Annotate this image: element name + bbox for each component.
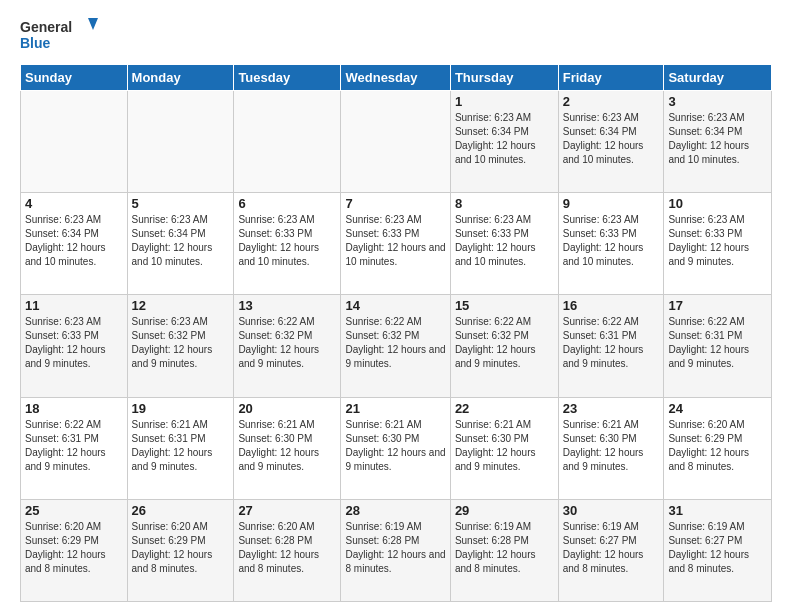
weekday-header-tuesday: Tuesday <box>234 65 341 91</box>
day-info: Sunrise: 6:23 AMSunset: 6:33 PMDaylight:… <box>345 213 445 269</box>
calendar-cell: 31Sunrise: 6:19 AMSunset: 6:27 PMDayligh… <box>664 499 772 601</box>
day-number: 21 <box>345 401 445 416</box>
day-info: Sunrise: 6:21 AMSunset: 6:30 PMDaylight:… <box>455 418 554 474</box>
calendar-cell: 16Sunrise: 6:22 AMSunset: 6:31 PMDayligh… <box>558 295 664 397</box>
calendar-week-row: 4Sunrise: 6:23 AMSunset: 6:34 PMDaylight… <box>21 193 772 295</box>
day-info: Sunrise: 6:19 AMSunset: 6:27 PMDaylight:… <box>563 520 660 576</box>
calendar-cell: 8Sunrise: 6:23 AMSunset: 6:33 PMDaylight… <box>450 193 558 295</box>
day-info: Sunrise: 6:23 AMSunset: 6:33 PMDaylight:… <box>455 213 554 269</box>
logo: General Blue <box>20 16 100 54</box>
day-info: Sunrise: 6:20 AMSunset: 6:29 PMDaylight:… <box>668 418 767 474</box>
day-info: Sunrise: 6:23 AMSunset: 6:34 PMDaylight:… <box>25 213 123 269</box>
calendar-table: SundayMondayTuesdayWednesdayThursdayFrid… <box>20 64 772 602</box>
day-number: 20 <box>238 401 336 416</box>
weekday-header-wednesday: Wednesday <box>341 65 450 91</box>
day-number: 29 <box>455 503 554 518</box>
day-number: 6 <box>238 196 336 211</box>
calendar-cell: 15Sunrise: 6:22 AMSunset: 6:32 PMDayligh… <box>450 295 558 397</box>
calendar-cell: 7Sunrise: 6:23 AMSunset: 6:33 PMDaylight… <box>341 193 450 295</box>
day-number: 7 <box>345 196 445 211</box>
day-info: Sunrise: 6:19 AMSunset: 6:28 PMDaylight:… <box>455 520 554 576</box>
calendar-cell: 17Sunrise: 6:22 AMSunset: 6:31 PMDayligh… <box>664 295 772 397</box>
day-info: Sunrise: 6:23 AMSunset: 6:33 PMDaylight:… <box>25 315 123 371</box>
calendar-cell: 4Sunrise: 6:23 AMSunset: 6:34 PMDaylight… <box>21 193 128 295</box>
calendar-cell: 21Sunrise: 6:21 AMSunset: 6:30 PMDayligh… <box>341 397 450 499</box>
day-number: 4 <box>25 196 123 211</box>
day-info: Sunrise: 6:22 AMSunset: 6:32 PMDaylight:… <box>455 315 554 371</box>
calendar-cell: 25Sunrise: 6:20 AMSunset: 6:29 PMDayligh… <box>21 499 128 601</box>
calendar-cell: 27Sunrise: 6:20 AMSunset: 6:28 PMDayligh… <box>234 499 341 601</box>
day-number: 28 <box>345 503 445 518</box>
weekday-header-sunday: Sunday <box>21 65 128 91</box>
day-number: 15 <box>455 298 554 313</box>
day-info: Sunrise: 6:23 AMSunset: 6:33 PMDaylight:… <box>668 213 767 269</box>
day-number: 2 <box>563 94 660 109</box>
calendar-cell: 30Sunrise: 6:19 AMSunset: 6:27 PMDayligh… <box>558 499 664 601</box>
calendar-week-row: 25Sunrise: 6:20 AMSunset: 6:29 PMDayligh… <box>21 499 772 601</box>
calendar-cell: 22Sunrise: 6:21 AMSunset: 6:30 PMDayligh… <box>450 397 558 499</box>
calendar-cell: 18Sunrise: 6:22 AMSunset: 6:31 PMDayligh… <box>21 397 128 499</box>
day-number: 3 <box>668 94 767 109</box>
day-number: 23 <box>563 401 660 416</box>
day-info: Sunrise: 6:20 AMSunset: 6:29 PMDaylight:… <box>25 520 123 576</box>
calendar-cell: 9Sunrise: 6:23 AMSunset: 6:33 PMDaylight… <box>558 193 664 295</box>
weekday-header-saturday: Saturday <box>664 65 772 91</box>
day-number: 27 <box>238 503 336 518</box>
calendar-cell: 5Sunrise: 6:23 AMSunset: 6:34 PMDaylight… <box>127 193 234 295</box>
day-info: Sunrise: 6:20 AMSunset: 6:28 PMDaylight:… <box>238 520 336 576</box>
day-number: 13 <box>238 298 336 313</box>
calendar-cell: 14Sunrise: 6:22 AMSunset: 6:32 PMDayligh… <box>341 295 450 397</box>
day-number: 14 <box>345 298 445 313</box>
calendar-cell: 11Sunrise: 6:23 AMSunset: 6:33 PMDayligh… <box>21 295 128 397</box>
day-info: Sunrise: 6:23 AMSunset: 6:34 PMDaylight:… <box>455 111 554 167</box>
day-info: Sunrise: 6:19 AMSunset: 6:27 PMDaylight:… <box>668 520 767 576</box>
day-number: 25 <box>25 503 123 518</box>
day-info: Sunrise: 6:22 AMSunset: 6:32 PMDaylight:… <box>345 315 445 371</box>
weekday-header-thursday: Thursday <box>450 65 558 91</box>
day-number: 22 <box>455 401 554 416</box>
calendar-cell: 6Sunrise: 6:23 AMSunset: 6:33 PMDaylight… <box>234 193 341 295</box>
day-number: 8 <box>455 196 554 211</box>
day-number: 30 <box>563 503 660 518</box>
calendar-week-row: 11Sunrise: 6:23 AMSunset: 6:33 PMDayligh… <box>21 295 772 397</box>
calendar-cell: 3Sunrise: 6:23 AMSunset: 6:34 PMDaylight… <box>664 91 772 193</box>
day-info: Sunrise: 6:22 AMSunset: 6:31 PMDaylight:… <box>25 418 123 474</box>
calendar-cell: 2Sunrise: 6:23 AMSunset: 6:34 PMDaylight… <box>558 91 664 193</box>
logo-svg: General Blue <box>20 16 100 54</box>
day-info: Sunrise: 6:23 AMSunset: 6:33 PMDaylight:… <box>238 213 336 269</box>
calendar-cell: 28Sunrise: 6:19 AMSunset: 6:28 PMDayligh… <box>341 499 450 601</box>
calendar-cell: 10Sunrise: 6:23 AMSunset: 6:33 PMDayligh… <box>664 193 772 295</box>
calendar-cell <box>234 91 341 193</box>
weekday-header-monday: Monday <box>127 65 234 91</box>
day-info: Sunrise: 6:23 AMSunset: 6:34 PMDaylight:… <box>132 213 230 269</box>
calendar-cell: 19Sunrise: 6:21 AMSunset: 6:31 PMDayligh… <box>127 397 234 499</box>
calendar-cell: 1Sunrise: 6:23 AMSunset: 6:34 PMDaylight… <box>450 91 558 193</box>
day-info: Sunrise: 6:21 AMSunset: 6:30 PMDaylight:… <box>563 418 660 474</box>
calendar-week-row: 18Sunrise: 6:22 AMSunset: 6:31 PMDayligh… <box>21 397 772 499</box>
day-number: 31 <box>668 503 767 518</box>
day-number: 26 <box>132 503 230 518</box>
svg-text:General: General <box>20 19 72 35</box>
day-number: 5 <box>132 196 230 211</box>
calendar-cell: 13Sunrise: 6:22 AMSunset: 6:32 PMDayligh… <box>234 295 341 397</box>
day-number: 11 <box>25 298 123 313</box>
day-number: 16 <box>563 298 660 313</box>
day-number: 19 <box>132 401 230 416</box>
svg-text:Blue: Blue <box>20 35 51 51</box>
day-info: Sunrise: 6:20 AMSunset: 6:29 PMDaylight:… <box>132 520 230 576</box>
day-number: 1 <box>455 94 554 109</box>
header: General Blue <box>20 16 772 54</box>
day-info: Sunrise: 6:21 AMSunset: 6:31 PMDaylight:… <box>132 418 230 474</box>
day-info: Sunrise: 6:22 AMSunset: 6:32 PMDaylight:… <box>238 315 336 371</box>
day-number: 24 <box>668 401 767 416</box>
day-info: Sunrise: 6:22 AMSunset: 6:31 PMDaylight:… <box>668 315 767 371</box>
svg-marker-2 <box>88 18 98 30</box>
calendar-week-row: 1Sunrise: 6:23 AMSunset: 6:34 PMDaylight… <box>21 91 772 193</box>
day-number: 9 <box>563 196 660 211</box>
day-info: Sunrise: 6:23 AMSunset: 6:32 PMDaylight:… <box>132 315 230 371</box>
day-number: 17 <box>668 298 767 313</box>
calendar-cell: 24Sunrise: 6:20 AMSunset: 6:29 PMDayligh… <box>664 397 772 499</box>
calendar-cell: 23Sunrise: 6:21 AMSunset: 6:30 PMDayligh… <box>558 397 664 499</box>
calendar-cell: 29Sunrise: 6:19 AMSunset: 6:28 PMDayligh… <box>450 499 558 601</box>
calendar-cell <box>341 91 450 193</box>
